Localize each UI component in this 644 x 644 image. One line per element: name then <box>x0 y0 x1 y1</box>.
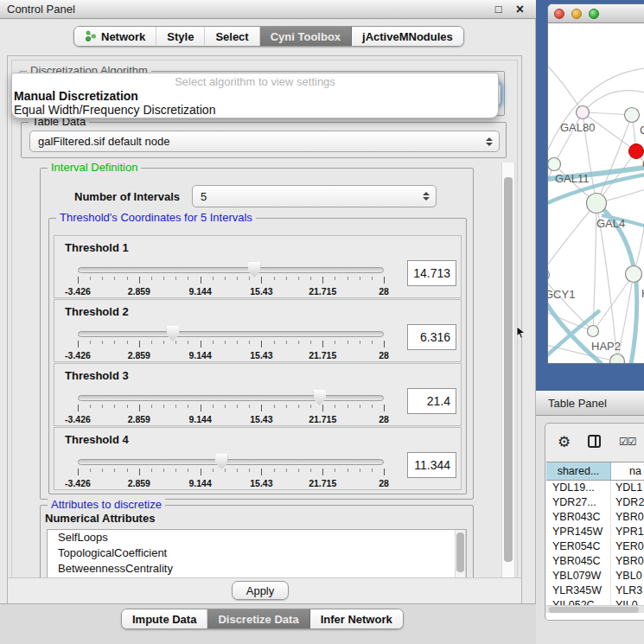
numerical-attributes-list[interactable]: SelfLoops TopologicalCoefficient Between… <box>47 529 467 579</box>
table-toolbar: ⚙ ☑☑ <box>545 424 644 462</box>
network-window-titlebar[interactable] <box>548 4 644 23</box>
slider-tick-labels: -3.4262.8599.14415.4321.71528 <box>78 350 384 360</box>
attributes-group-label: Attributes to discretize <box>48 498 165 511</box>
node-bottom-partial <box>610 354 625 365</box>
minimize-traffic-light-icon[interactable] <box>571 9 582 19</box>
table-header-row: shared... na <box>546 462 644 481</box>
network-canvas[interactable]: GAL80 GA C GAL11 GAL4 GCY1 H HAP2 <box>548 23 644 363</box>
node-gal80 <box>577 106 590 119</box>
threshold-3-label: Threshold 3 <box>65 369 129 382</box>
tab-impute-data[interactable]: Impute Data <box>122 609 207 628</box>
table-panel-title: Table Panel <box>548 397 607 410</box>
popup-option-equal-width-frequency[interactable]: Equal Width/Frequency Discretization <box>12 103 498 117</box>
node-label-gal80: GAL80 <box>560 121 595 134</box>
tab-select[interactable]: Select <box>205 27 259 46</box>
control-panel-tabbar: Network Style Select Cyni Toolbox jActiv… <box>73 26 464 47</box>
close-panel-icon[interactable]: × <box>516 3 524 15</box>
threshold-4-label: Threshold 4 <box>65 433 129 446</box>
list-scrollbar-thumb[interactable] <box>456 532 464 572</box>
node-red <box>629 144 644 159</box>
threshold-3-value-field[interactable]: 21.4 <box>407 388 456 414</box>
node-label-gal4: GAL4 <box>596 217 625 230</box>
table-row[interactable]: YBR043CYBR0 <box>546 510 644 525</box>
node-label-partial-ga: GA <box>640 124 644 137</box>
apply-button[interactable]: Apply <box>232 581 289 600</box>
node-label-hap2: HAP2 <box>591 340 621 353</box>
interval-definition-group-label: Interval Definition <box>48 161 141 174</box>
slider-track[interactable] <box>78 331 384 337</box>
slider-handle[interactable] <box>248 262 261 277</box>
table-card: ⚙ ☑☑ shared... na YDL19...YDL1 YDR27...Y… <box>545 423 644 621</box>
tab-style[interactable]: Style <box>156 27 205 46</box>
node-gal11 <box>548 158 561 171</box>
threshold-row-3: Threshold 3 -3.4262.8599.14415.4321.7152… <box>54 363 462 426</box>
slider-track[interactable] <box>78 395 384 401</box>
control-panel-titlebar: Control Panel □ × <box>0 0 536 19</box>
table-row[interactable]: YPR145WYPR1 <box>546 525 644 539</box>
list-item[interactable]: SelfLoops <box>48 530 466 545</box>
table-data-value: galFiltered.sif default node <box>38 135 169 148</box>
threshold-4-value-field[interactable]: 11.344 <box>407 452 456 478</box>
table-row[interactable]: YBL079WYBL0 <box>546 569 644 583</box>
list-item[interactable]: BetweennessCentrality <box>48 561 466 577</box>
list-item[interactable]: TopologicalCoefficient <box>48 545 466 561</box>
slider-track[interactable] <box>78 459 384 465</box>
slider-ticks <box>78 277 384 284</box>
number-of-intervals-label: Number of Intervals <box>74 190 180 203</box>
table-horizontal-scrollbar-thumb[interactable] <box>549 607 639 613</box>
split-columns-icon[interactable] <box>588 435 601 448</box>
threshold-4-slider[interactable]: -3.4262.8599.14415.4321.71528 <box>78 459 384 485</box>
slider-handle[interactable] <box>313 390 326 405</box>
number-of-intervals-value: 5 <box>201 190 207 203</box>
tab-cyni-toolbox[interactable]: Cyni Toolbox <box>260 27 352 46</box>
number-of-intervals-combobox[interactable]: 5 <box>192 185 437 207</box>
float-window-icon[interactable]: □ <box>495 3 502 16</box>
gear-icon[interactable]: ⚙ <box>558 433 571 451</box>
column-header-shared[interactable]: shared... <box>546 462 611 480</box>
network-graph: GAL80 GA C GAL11 GAL4 GCY1 H HAP2 <box>548 23 644 364</box>
column-header-name[interactable]: na <box>611 462 644 480</box>
tab-discretize-data[interactable]: Discretize Data <box>207 609 309 628</box>
table-row[interactable]: YLR345WYLR3 <box>546 583 644 598</box>
slider-track[interactable] <box>78 267 384 273</box>
control-panel-title: Control Panel <box>7 3 75 16</box>
settings-scrollbar-thumb[interactable] <box>504 177 513 562</box>
threshold-1-value-field[interactable]: 14.713 <box>407 260 456 286</box>
table-row[interactable]: YBR045CYBR0 <box>546 554 644 569</box>
tab-network[interactable]: Network <box>74 27 156 46</box>
table-row[interactable]: YER054CYER0 <box>546 539 644 554</box>
table-panel-titlebar: Table Panel <box>536 391 644 416</box>
threshold-1-slider[interactable]: -3.4262.8599.14415.4321.71528 <box>78 267 384 293</box>
popup-option-manual-discretization[interactable]: Manual Discretization <box>12 89 498 103</box>
table-data-combobox[interactable]: galFiltered.sif default node <box>29 131 500 152</box>
tab-infer-network[interactable]: Infer Network <box>310 609 403 628</box>
close-traffic-light-icon[interactable] <box>554 9 564 19</box>
bottom-tabbar: Impute Data Discretize Data Infer Networ… <box>121 609 404 629</box>
threshold-row-1: Threshold 1 -3.4262.8599.14415.4321.7152… <box>54 235 462 298</box>
threshold-2-slider[interactable]: -3.4262.8599.14415.4321.71528 <box>78 331 384 357</box>
slider-handle[interactable] <box>215 454 228 469</box>
slider-handle[interactable] <box>166 326 179 341</box>
table-row[interactable]: YDR27...YDR2 <box>546 495 644 510</box>
table-row[interactable]: YDL19...YDL1 <box>546 481 644 495</box>
checkbox-columns-icon[interactable]: ☑☑ <box>619 436 636 448</box>
slider-ticks <box>78 341 384 348</box>
network-window[interactable]: GAL80 GA C GAL11 GAL4 GCY1 H HAP2 <box>547 3 644 364</box>
slider-tick-labels: -3.4262.8599.14415.4321.71528 <box>78 478 384 488</box>
threshold-row-4: Threshold 4 -3.4262.8599.14415.4321.7152… <box>54 427 462 490</box>
node-gcy1 <box>548 270 550 281</box>
node-label-gcy1: GCY1 <box>548 288 575 301</box>
slider-tick-labels: -3.4262.8599.14415.4321.71528 <box>78 286 384 296</box>
slider-ticks <box>78 469 384 476</box>
tab-jactivemnodules[interactable]: jActiveMNodules <box>352 27 463 46</box>
popup-hint: Select algorithm to view settings <box>12 75 498 89</box>
numerical-attributes-label: Numerical Attributes <box>45 512 155 525</box>
threshold-2-value-field[interactable]: 6.316 <box>407 324 456 350</box>
node-top-right <box>625 108 640 123</box>
table-horizontal-scrollbar[interactable] <box>546 605 644 613</box>
node-label-gal11: GAL11 <box>555 172 590 185</box>
threshold-3-slider[interactable]: -3.4262.8599.14415.4321.71528 <box>78 395 384 421</box>
control-panel: Control Panel □ × Network Style Select C… <box>0 0 536 644</box>
zoom-traffic-light-icon[interactable] <box>589 9 599 19</box>
node-h <box>626 266 642 283</box>
